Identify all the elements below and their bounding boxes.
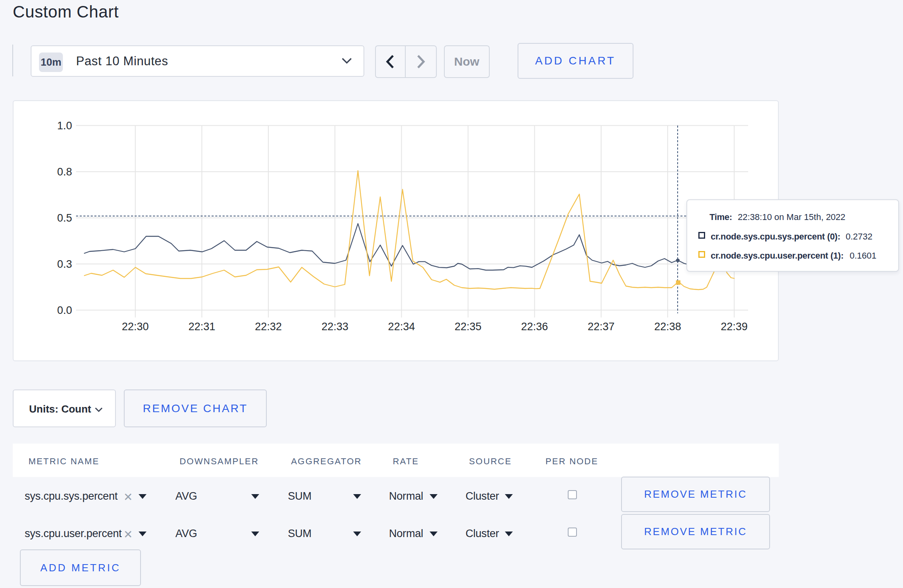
svg-text:22:30: 22:30 (122, 321, 149, 333)
svg-text:0.3: 0.3 (57, 258, 72, 270)
svg-text:0.5: 0.5 (57, 212, 72, 224)
svg-text:22:35: 22:35 (455, 321, 482, 333)
svg-text:22:32: 22:32 (255, 321, 282, 333)
svg-text:22:37: 22:37 (588, 321, 615, 333)
svg-text:1.0: 1.0 (57, 120, 72, 132)
svg-text:22:38: 22:38 (654, 321, 681, 333)
svg-text:0.0: 0.0 (57, 304, 72, 316)
svg-text:22:39: 22:39 (721, 321, 748, 333)
svg-text:0.8: 0.8 (57, 166, 72, 178)
svg-text:22:33: 22:33 (321, 321, 348, 333)
svg-text:22:34: 22:34 (388, 321, 415, 333)
svg-text:22:31: 22:31 (188, 321, 215, 333)
svg-text:22:36: 22:36 (521, 321, 548, 333)
